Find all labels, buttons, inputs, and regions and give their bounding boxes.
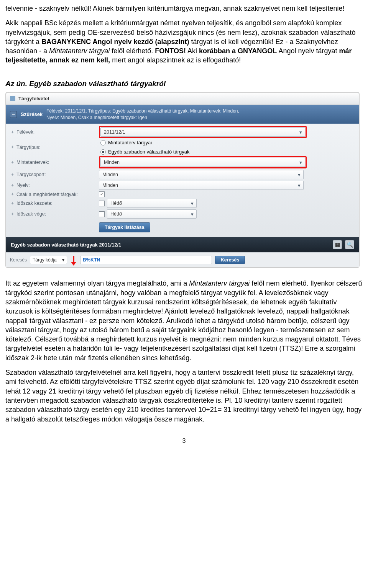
label-nyelv: ✦Nyelv: <box>11 183 99 188</box>
label-kezdete: ✦Időszak kezdete: <box>11 201 99 206</box>
app-window: Tárgyfelvétel − Szűrések Félévek: 2011/1… <box>5 92 360 268</box>
label-targycsopor: ✦Tárgycsoport: <box>11 172 99 177</box>
select-targycsopor[interactable]: Minden ▾ <box>99 170 304 179</box>
checkbox-vege[interactable] <box>99 211 105 217</box>
radio-mintatanterv[interactable] <box>100 140 106 145</box>
radio-egyeb[interactable] <box>100 149 106 155</box>
page-icon <box>10 96 15 101</box>
select-nyelv[interactable]: Minden ▾ <box>99 181 304 190</box>
spreadsheet-icon[interactable]: ▦ <box>333 240 342 249</box>
chevron-down-icon: ▾ <box>298 129 303 135</box>
search-button[interactable]: Keresés <box>215 256 245 264</box>
filters-label: Szűrések <box>21 111 43 117</box>
body-paragraph-2: Szabadon választható tárgyfelvételnél ar… <box>5 368 363 424</box>
collapse-icon[interactable]: − <box>10 111 17 118</box>
svg-marker-1 <box>71 262 76 266</box>
chevron-down-icon: ▾ <box>298 160 303 165</box>
checkbox-kezdete[interactable] <box>99 201 105 206</box>
search-label: Keresés <box>10 257 27 263</box>
radio-label-egyeb: Egyéb szabadon választható tárgyak <box>108 149 189 155</box>
search-input-value: B%KTN_ <box>83 257 103 263</box>
select-kezdete[interactable]: Hétfő ▾ <box>107 199 197 208</box>
filters-body: ✦Félévek: 2011/12/1 ▾ ✦Tárgytípus: Minta… <box>6 124 359 237</box>
chevron-down-icon: ▾ <box>296 183 302 188</box>
filters-header[interactable]: − Szűrések Félévek: 2011/12/1, Tárgytípu… <box>6 105 359 124</box>
label-felevek: ✦Félévek: <box>11 129 99 135</box>
search-field-select[interactable]: Tárgy kódja ▾ <box>30 256 67 264</box>
section-subhead: Az ún. Egyéb szabadon választható tárgya… <box>5 80 363 88</box>
body-paragraph-1: Itt az egyetem valamennyi olyan tárgya m… <box>5 279 363 363</box>
search-icon[interactable]: 🔍 <box>345 240 354 249</box>
intro-paragraph-2: Akik nappali BSc képzés mellett a kritér… <box>5 18 363 65</box>
app-title: Tárgyfelvétel <box>18 96 49 101</box>
label-targytipus: ✦Tárgytípus: <box>11 145 99 150</box>
subjects-header-text: Egyéb szabadon választható tárgyak 2011/… <box>11 242 121 248</box>
red-arrow-icon <box>70 256 77 266</box>
search-input[interactable]: B%KTN_ <box>80 256 212 264</box>
checkbox-meghirdetett[interactable]: ✓ <box>99 191 105 197</box>
select-felevek[interactable]: 2011/12/1 ▾ <box>100 127 305 137</box>
label-mintatantervek: ✦Mintatantervek: <box>11 160 99 165</box>
app-titlebar: Tárgyfelvétel <box>6 93 359 105</box>
filters-description: Félévek: 2011/12/1, Tárgytípus: Egyéb sz… <box>46 108 239 121</box>
label-vege: ✦Időszak vége: <box>11 211 99 217</box>
intro-paragraph-1: felvennie - szaknyelv nélkül! Akinek bár… <box>5 4 363 13</box>
search-bar: Keresés Tárgy kódja ▾ B%KTN_ Keresés <box>6 252 359 267</box>
subjects-list-header: Egyéb szabadon választható tárgyak 2011/… <box>6 237 359 252</box>
list-subjects-button[interactable]: Tárgyak listázása <box>99 222 150 232</box>
chevron-down-icon: ▾ <box>189 211 195 217</box>
label-csak: ✦Csak a meghirdetett tárgyak: <box>11 192 99 197</box>
select-vege[interactable]: Hétfő ▾ <box>107 209 197 219</box>
radio-label-mintatanterv: Mintatanterv tárgyai <box>108 140 152 145</box>
chevron-down-icon: ▾ <box>62 257 64 263</box>
page-number: 3 <box>5 438 363 444</box>
select-mintatantervek[interactable]: Minden ▾ <box>100 158 305 167</box>
chevron-down-icon: ▾ <box>189 201 195 206</box>
chevron-down-icon: ▾ <box>296 172 302 177</box>
